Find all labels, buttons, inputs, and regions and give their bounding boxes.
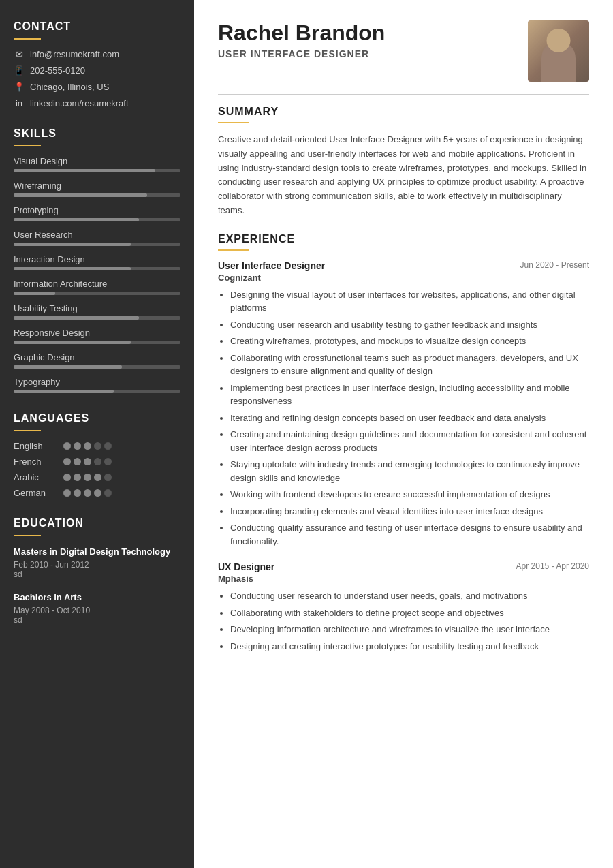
summary-text: Creative and detail-oriented User Interf…	[218, 133, 589, 218]
skill-name: User Research	[14, 230, 180, 240]
contact-item: inlinkedin.com/resumekraft	[14, 98, 180, 108]
exp-header: User Interface Designer Jun 2020 - Prese…	[218, 260, 589, 271]
contact-icon: in	[14, 98, 25, 108]
dot-filled	[94, 474, 101, 481]
skill-bar-fill	[14, 267, 131, 270]
exp-dates: Apr 2015 - Apr 2020	[516, 561, 589, 571]
dot-empty	[104, 442, 112, 450]
language-name: German	[14, 488, 58, 498]
summary-section: SUMMARY Creative and detail-oriented Use…	[218, 106, 589, 218]
languages-title: LANGUAGES	[14, 412, 180, 424]
language-item: French	[14, 456, 180, 467]
contact-icon: 📍	[14, 82, 25, 92]
exp-bullet: Collaborating with stakeholders to defin…	[230, 606, 589, 620]
skill-name: Information Architecture	[14, 279, 180, 289]
sidebar: CONTACT ✉info@resumekraft.com📱202-555-01…	[0, 0, 194, 868]
skill-bar-bg	[14, 292, 180, 295]
dot-filled	[74, 458, 81, 465]
exp-bullet: Collaborating with crossfunctional teams…	[230, 352, 589, 378]
skill-name: Visual Design	[14, 156, 180, 166]
exp-bullet: Working with frontend developers to ensu…	[230, 488, 589, 501]
header-divider	[218, 94, 589, 95]
education-divider	[14, 535, 41, 536]
skill-bar-fill	[14, 243, 131, 246]
dot-empty	[94, 442, 101, 450]
dot-filled	[84, 489, 91, 497]
skill-name: Responsive Design	[14, 328, 180, 338]
skill-name: Usability Testing	[14, 303, 180, 313]
edu-degree: Bachlors in Arts	[14, 591, 180, 604]
language-dots	[63, 489, 112, 497]
name-title-block: Rachel Brandon USER INTERFACE DESIGNER	[218, 20, 385, 59]
dot-filled	[63, 474, 71, 481]
language-item: German	[14, 488, 180, 498]
skill-bar-bg	[14, 243, 180, 246]
education-item: Masters in Digital Design Technology Feb…	[14, 546, 180, 579]
skill-name: Graphic Design	[14, 352, 180, 362]
exp-role: UX Designer	[218, 561, 274, 572]
exp-company: Mphasis	[218, 574, 589, 584]
edu-dates: May 2008 - Oct 2010	[14, 606, 180, 615]
contact-divider	[14, 38, 41, 40]
exp-bullet: Designing the visual layout of user inte…	[230, 288, 589, 315]
skill-name: Prototyping	[14, 205, 180, 215]
contact-text: info@resumekraft.com	[30, 49, 119, 59]
exp-bullet: Implementing best practices in user inte…	[230, 382, 589, 408]
dot-filled	[84, 442, 91, 450]
contact-icon: 📱	[14, 65, 25, 76]
education-item: Bachlors in Arts May 2008 - Oct 2010 sd	[14, 591, 180, 625]
candidate-photo	[528, 20, 589, 82]
skill-bar-bg	[14, 169, 180, 172]
skill-item: Wireframing	[14, 181, 180, 197]
language-dots	[63, 474, 112, 481]
skill-bar-fill	[14, 169, 155, 172]
contact-icon: ✉	[14, 49, 25, 59]
dot-filled	[63, 489, 71, 497]
exp-bullet: Creating and maintaining design guidelin…	[230, 428, 589, 454]
skill-bar-fill	[14, 218, 139, 221]
skill-bar-bg	[14, 193, 180, 197]
exp-bullet: Iterating and refining design concepts b…	[230, 412, 589, 425]
skill-bar-fill	[14, 193, 147, 197]
skill-bar-fill	[14, 390, 114, 393]
skill-name: Wireframing	[14, 181, 180, 191]
languages-divider	[14, 430, 41, 431]
dot-filled	[74, 474, 81, 481]
exp-bullet: Conducting user research and usability t…	[230, 318, 589, 332]
edu-degree: Masters in Digital Design Technology	[14, 546, 180, 558]
main-content: Rachel Brandon USER INTERFACE DESIGNER S…	[194, 0, 613, 868]
skills-title: SKILLS	[14, 127, 180, 140]
skills-section: SKILLS Visual Design Wireframing Prototy…	[14, 127, 180, 393]
exp-company: Cognizant	[218, 273, 589, 283]
contact-item: 📱202-555-0120	[14, 65, 180, 76]
skill-bar-fill	[14, 341, 131, 344]
dot-empty	[104, 458, 112, 465]
photo-placeholder	[528, 20, 589, 82]
exp-dates: Jun 2020 - Present	[520, 260, 589, 270]
education-title: EDUCATION	[14, 517, 180, 529]
skill-bar-bg	[14, 365, 180, 369]
dot-empty	[104, 489, 112, 497]
dot-filled	[63, 458, 71, 465]
exp-bullet: Creating wireframes, prototypes, and moc…	[230, 335, 589, 348]
skill-bar-bg	[14, 267, 180, 270]
exp-bullet: Incorporating branding elements and visu…	[230, 505, 589, 518]
dot-filled	[84, 474, 91, 481]
experience-section: EXPERIENCE User Interface Designer Jun 2…	[218, 233, 589, 653]
summary-title: SUMMARY	[218, 106, 589, 118]
contact-section: CONTACT ✉info@resumekraft.com📱202-555-01…	[14, 20, 180, 108]
contact-title: CONTACT	[14, 20, 180, 33]
skill-item: User Research	[14, 230, 180, 246]
contact-text: 202-555-0120	[30, 65, 85, 76]
skill-item: Interaction Design	[14, 254, 180, 270]
language-name: Arabic	[14, 472, 58, 482]
language-item: English	[14, 441, 180, 451]
job-title: USER INTERFACE DESIGNER	[218, 48, 385, 59]
language-name: English	[14, 441, 58, 451]
language-item: Arabic	[14, 472, 180, 482]
languages-section: LANGUAGES EnglishFrenchArabicGerman	[14, 412, 180, 498]
experience-title: EXPERIENCE	[218, 233, 589, 245]
candidate-name: Rachel Brandon	[218, 20, 385, 46]
exp-bullet: Developing information architecture and …	[230, 623, 589, 636]
skill-bar-bg	[14, 390, 180, 393]
